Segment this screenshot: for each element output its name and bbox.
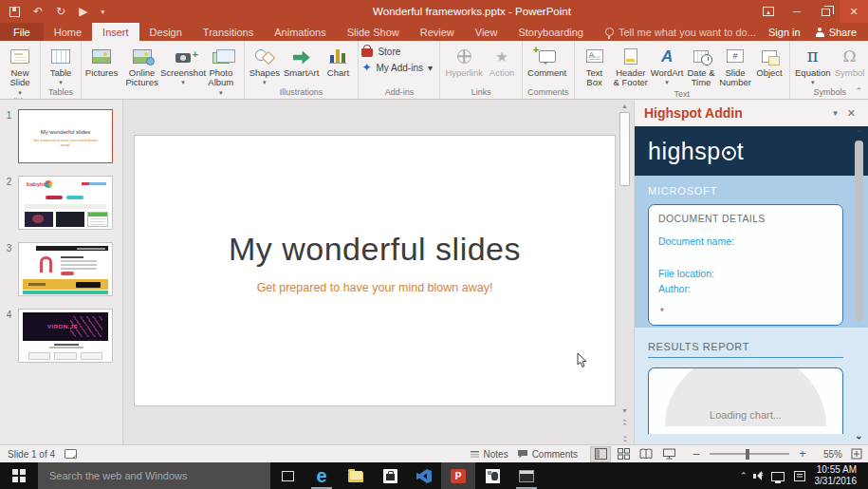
slide-subtitle[interactable]: Get prepared to have your mind blown awa…: [135, 281, 615, 294]
notes-toggle[interactable]: Notes: [470, 449, 508, 460]
screenshot-icon: [175, 53, 191, 63]
minimize-button[interactable]: ─: [783, 0, 811, 23]
tell-me-box[interactable]: Tell me what you want to do...: [594, 23, 756, 41]
slide-counter: Slide 1 of 4: [8, 449, 55, 460]
tab-insert[interactable]: Insert: [92, 23, 139, 41]
photo-album-button[interactable]: Photo Album ▾: [201, 43, 241, 96]
slide-thumbnail-2[interactable]: babylon: [18, 176, 113, 230]
wordart-button[interactable]: A WordArt ▾: [650, 43, 684, 86]
panel-scrollbar-thumb[interactable]: [855, 141, 863, 321]
action-button[interactable]: ★ Action: [485, 43, 519, 78]
slide-thumbnail-1[interactable]: My wonderful slides Get prepared to have…: [18, 109, 113, 163]
zoom-slider-thumb[interactable]: [746, 449, 749, 460]
taskbar-clock[interactable]: 10:55 AM 3/31/2016: [815, 464, 861, 488]
taskbar-search-box[interactable]: Search the web and Windows: [38, 462, 270, 489]
panel-scroll-up-icon[interactable]: ⌃: [855, 126, 862, 141]
tab-file[interactable]: File: [0, 23, 44, 41]
accessibility-checker-icon[interactable]: [65, 449, 77, 459]
customize-qat-icon[interactable]: ▾: [101, 8, 104, 16]
tab-animations[interactable]: Animations: [264, 23, 336, 41]
zoom-percentage[interactable]: 55%: [816, 449, 842, 460]
volume-muted-icon[interactable]: [757, 471, 762, 480]
slide-sorter-view-button[interactable]: [613, 446, 634, 462]
powerpoint-taskbar-button[interactable]: P: [441, 462, 475, 489]
previous-slide-button[interactable]: ⌃⌃: [622, 417, 628, 431]
group-label-comments: Comments: [526, 86, 571, 99]
undo-icon[interactable]: ↶: [33, 5, 43, 18]
zoom-slider[interactable]: [710, 453, 789, 455]
tab-view[interactable]: View: [465, 23, 508, 41]
slide-show-view-button[interactable]: [658, 446, 679, 462]
my-addins-button[interactable]: ✦ My Add-ins ▾: [361, 62, 433, 73]
equation-button[interactable]: π Equation ▾: [793, 43, 833, 86]
tab-slide-show[interactable]: Slide Show: [337, 23, 410, 41]
tab-review[interactable]: Review: [410, 23, 465, 41]
sign-in-button[interactable]: Sign in: [768, 27, 801, 38]
store-button[interactable]: Store: [361, 46, 433, 57]
scrollbar-thumb[interactable]: [619, 112, 630, 186]
pictures-icon: [92, 49, 111, 64]
visual-studio-taskbar-button[interactable]: [407, 462, 441, 489]
object-button[interactable]: Object: [752, 43, 786, 78]
image-app-taskbar-button[interactable]: [475, 462, 509, 489]
text-box-button[interactable]: A Text Box: [578, 43, 612, 88]
tab-storyboarding[interactable]: Storyboarding: [508, 23, 594, 41]
network-icon[interactable]: [771, 472, 785, 481]
normal-view-button[interactable]: [590, 446, 611, 462]
shapes-button[interactable]: Shapes ▾: [248, 43, 282, 86]
tab-home[interactable]: Home: [44, 23, 92, 41]
command-prompt-taskbar-button[interactable]: [509, 462, 544, 489]
hyperlink-button[interactable]: Hyperlink: [443, 43, 485, 78]
microsoft-section-label: MICROSOFT: [648, 185, 855, 197]
comments-toggle[interactable]: Comments: [517, 449, 578, 460]
slide-title[interactable]: My wonderful slides: [135, 231, 615, 268]
slide-canvas[interactable]: My wonderful slides Get prepared to have…: [135, 136, 615, 405]
tab-transitions[interactable]: Transitions: [193, 23, 264, 41]
scroll-up-icon[interactable]: ▲: [621, 100, 628, 112]
start-button[interactable]: [0, 462, 38, 489]
file-explorer-taskbar-button[interactable]: [339, 462, 373, 489]
scroll-down-icon[interactable]: ▼: [621, 404, 628, 417]
new-slide-button[interactable]: New Slide ▾: [3, 43, 37, 96]
task-view-button[interactable]: [270, 462, 305, 489]
action-center-icon[interactable]: [794, 471, 805, 481]
zoom-in-button[interactable]: +: [798, 447, 807, 461]
header-footer-button[interactable]: Header & Footer: [612, 43, 650, 88]
chart-button[interactable]: Chart: [321, 43, 355, 78]
next-slide-button[interactable]: ⌃⌃: [622, 430, 628, 444]
normal-view-icon: [595, 448, 607, 460]
slide-thumbnail-4[interactable]: VIRON.JS: [18, 309, 113, 363]
ribbon-display-options-button[interactable]: ▴: [754, 0, 783, 23]
panel-scrollbar[interactable]: ⌃ ⌃: [852, 126, 866, 442]
fit-slide-to-window-icon[interactable]: [851, 448, 862, 460]
store-taskbar-button[interactable]: [373, 462, 407, 489]
share-button[interactable]: Share: [816, 27, 857, 38]
online-pictures-button[interactable]: Online Pictures: [119, 43, 165, 88]
table-button[interactable]: Table ▾: [44, 43, 78, 86]
date-time-button[interactable]: Date & Time: [684, 43, 718, 88]
symbol-omega-icon: Ω: [842, 48, 856, 65]
redo-icon[interactable]: ↻: [56, 5, 65, 18]
slide-number-button[interactable]: # Slide Number: [718, 43, 752, 88]
edge-taskbar-button[interactable]: e: [305, 462, 339, 489]
close-button[interactable]: ✕: [840, 0, 868, 23]
start-from-beginning-icon[interactable]: ▶: [79, 5, 87, 18]
panel-close-icon[interactable]: ✕: [842, 107, 860, 120]
slide-thumbnail-3[interactable]: [18, 242, 113, 296]
symbol-button[interactable]: Ω Symbol: [833, 43, 867, 78]
tab-design[interactable]: Design: [139, 23, 193, 41]
results-report-card: Loading chart...: [648, 367, 843, 434]
panel-menu-chevron-icon[interactable]: ▾: [828, 108, 842, 118]
pictures-button[interactable]: Pictures: [84, 43, 119, 78]
collapse-ribbon-icon[interactable]: ⌃: [855, 86, 862, 96]
restore-button[interactable]: [811, 0, 840, 23]
comment-button[interactable]: Comment: [526, 43, 568, 78]
zoom-out-button[interactable]: –: [692, 447, 701, 461]
show-hidden-icons-chevron[interactable]: ⌃: [740, 471, 748, 480]
save-icon[interactable]: [9, 7, 20, 17]
smartart-button[interactable]: SmartArt: [282, 43, 321, 78]
panel-scroll-down-icon[interactable]: ⌃: [855, 428, 862, 442]
editor-vertical-scrollbar[interactable]: ▲ ▼ ⌃⌃ ⌃⌃: [618, 100, 632, 444]
reading-view-button[interactable]: [636, 446, 656, 462]
screenshot-button[interactable]: Screenshot ▾: [165, 43, 201, 86]
